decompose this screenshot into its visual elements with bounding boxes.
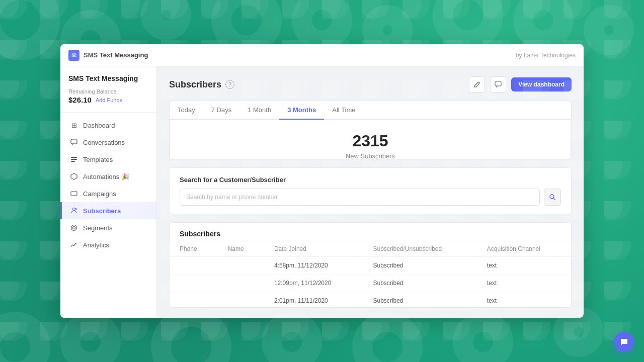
table-row[interactable]: 12:09pm, 11/12/2020 Subscribed text <box>170 275 571 292</box>
cell-phone <box>170 257 218 275</box>
svg-point-7 <box>75 209 77 210</box>
sidebar-item-analytics[interactable]: Analytics <box>60 236 156 253</box>
cell-date: 12:09pm, 11/12/2020 <box>264 275 363 292</box>
cell-name <box>218 257 264 275</box>
svg-rect-5 <box>71 192 77 196</box>
time-tabs: Today 7 Days 1 Month 3 Months All Time <box>170 101 571 120</box>
sidebar: SMS Text Messaging Remaining Balance $26… <box>60 66 157 318</box>
app-byline: by Lazer Technologies <box>516 52 576 59</box>
col-date: Date Joined <box>264 241 363 257</box>
sidebar-item-conversations[interactable]: Conversations <box>60 134 156 151</box>
campaigns-icon <box>70 190 78 198</box>
stats-card: 2315 New Subscribers <box>170 120 571 159</box>
table-heading: Subscribers <box>170 223 571 241</box>
sidebar-item-label: Campaigns <box>83 190 116 198</box>
edit-icon-button[interactable] <box>469 76 485 93</box>
sidebar-item-campaigns[interactable]: Campaigns <box>60 185 156 202</box>
subscribers-table: Phone Name Date Joined Subscribed/Unsubs… <box>170 241 571 308</box>
conversations-icon <box>70 138 78 146</box>
sidebar-balance: Remaining Balance $26.10 Add Funds <box>60 88 156 113</box>
tab-today[interactable]: Today <box>170 101 203 120</box>
cell-phone <box>170 292 218 308</box>
sidebar-item-label: Analytics <box>83 241 109 249</box>
tabs-stats-container: Today 7 Days 1 Month 3 Months All Time 2… <box>169 101 572 159</box>
app-window: ✉ SMS Text Messaging by Lazer Technologi… <box>60 44 584 318</box>
svg-line-12 <box>553 198 555 200</box>
table-header-row: Phone Name Date Joined Subscribed/Unsubs… <box>170 241 571 257</box>
segments-icon <box>70 224 78 232</box>
col-name: Name <box>218 241 264 257</box>
cell-name <box>218 292 264 308</box>
svg-rect-1 <box>71 157 77 158</box>
topbar: ✉ SMS Text Messaging by Lazer Technologi… <box>60 44 584 66</box>
cell-channel: text <box>477 275 571 292</box>
content-header: Subscribers ? View dashboard <box>169 76 572 93</box>
content-title-row: Subscribers ? <box>169 79 234 90</box>
logo-icon: ✉ <box>68 50 79 61</box>
sidebar-item-dashboard[interactable]: ⊞ Dashboard <box>60 117 156 134</box>
cell-date: 4:58pm, 11/12/2020 <box>264 257 363 275</box>
search-title: Search for a Customer/Subscriber <box>180 176 561 184</box>
main-content: Subscribers ? View dashboard Today <box>157 66 584 318</box>
balance-amount: $26.10 <box>68 96 92 104</box>
tab-3months[interactable]: 3 Months <box>279 101 324 120</box>
sidebar-nav: ⊞ Dashboard Conversations Templates <box>60 113 156 253</box>
svg-rect-10 <box>495 81 501 86</box>
tab-alltime[interactable]: All Time <box>324 101 363 120</box>
cell-status: Subscribed <box>363 257 476 275</box>
tab-7days[interactable]: 7 Days <box>203 101 239 120</box>
sidebar-item-templates[interactable]: Templates <box>60 151 156 168</box>
balance-label: Remaining Balance <box>68 88 148 95</box>
sidebar-item-automations[interactable]: Automations 🎉 <box>60 168 156 185</box>
col-channel: Acquisition Channel <box>477 241 571 257</box>
cell-channel: text <box>477 292 571 308</box>
tab-1month[interactable]: 1 Month <box>239 101 279 120</box>
table-row[interactable]: 2:01pm, 11/11/2020 Subscribed text <box>170 292 571 308</box>
help-icon[interactable]: ? <box>225 80 234 89</box>
stats-label: New Subscribers <box>182 152 558 159</box>
svg-point-6 <box>73 208 75 211</box>
app-name: SMS Text Messaging <box>84 51 148 59</box>
cell-channel: text <box>477 257 571 275</box>
analytics-icon <box>70 241 78 249</box>
subscribers-icon <box>70 207 78 215</box>
sidebar-item-label: Subscribers <box>83 207 121 215</box>
search-section: Search for a Customer/Subscriber <box>169 167 572 214</box>
chat-support-button[interactable] <box>614 332 634 352</box>
templates-icon <box>70 155 78 163</box>
automations-icon <box>70 172 78 180</box>
search-button[interactable] <box>544 189 561 206</box>
sidebar-item-label: Automations 🎉 <box>83 173 129 180</box>
main-layout: SMS Text Messaging Remaining Balance $26… <box>60 66 584 318</box>
svg-rect-3 <box>71 161 75 162</box>
cell-date: 2:01pm, 11/11/2020 <box>264 292 363 308</box>
svg-rect-2 <box>71 159 77 160</box>
svg-point-8 <box>71 225 77 231</box>
cell-name <box>218 275 264 292</box>
svg-rect-0 <box>71 139 77 144</box>
add-funds-link[interactable]: Add Funds <box>96 97 122 103</box>
col-status: Subscribed/Unsubscribed <box>363 241 476 257</box>
col-phone: Phone <box>170 241 218 257</box>
app-logo: ✉ SMS Text Messaging <box>68 50 148 61</box>
cell-status: Subscribed <box>363 275 476 292</box>
sidebar-item-label: Dashboard <box>83 122 115 129</box>
sidebar-item-subscribers[interactable]: Subscribers <box>60 202 156 219</box>
sidebar-title: SMS Text Messaging <box>60 74 156 88</box>
cell-status: Subscribed <box>363 292 476 308</box>
sidebar-item-segments[interactable]: Segments <box>60 219 156 236</box>
header-actions: View dashboard <box>469 76 572 93</box>
view-dashboard-button[interactable]: View dashboard <box>511 77 572 92</box>
stats-number: 2315 <box>182 132 558 150</box>
chat-icon-button[interactable] <box>490 76 506 93</box>
sidebar-item-label: Segments <box>83 224 113 232</box>
svg-point-11 <box>550 195 554 199</box>
subscribers-table-section: Subscribers Phone Name Date Joined Subsc… <box>169 222 572 308</box>
sidebar-item-label: Templates <box>83 156 113 163</box>
page-title: Subscribers <box>169 79 221 90</box>
sidebar-item-label: Conversations <box>83 139 125 146</box>
cell-phone <box>170 275 218 292</box>
dashboard-icon: ⊞ <box>70 121 78 129</box>
table-row[interactable]: 4:58pm, 11/12/2020 Subscribed text <box>170 257 571 275</box>
search-input[interactable] <box>180 189 540 206</box>
